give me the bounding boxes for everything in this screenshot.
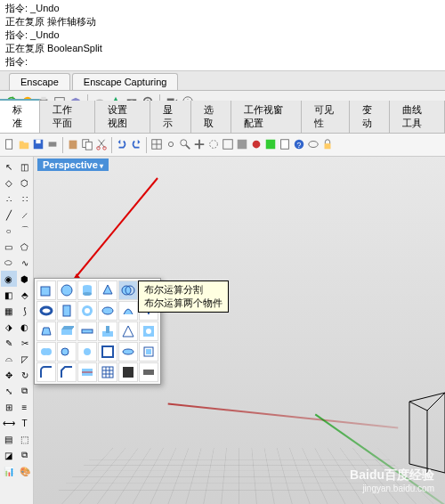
hole-icon[interactable]	[139, 321, 158, 341]
tab-workplane[interactable]: 工作平面	[40, 101, 95, 133]
tab-select[interactable]: 选取	[191, 101, 231, 133]
pipe-icon[interactable]	[57, 301, 77, 321]
analyze-icon[interactable]: 📊	[1, 463, 17, 479]
extrude-crv-icon[interactable]	[36, 321, 56, 341]
sphere-icon[interactable]	[57, 280, 77, 300]
cap-icon[interactable]	[118, 342, 138, 362]
help-icon[interactable]: ?	[293, 138, 305, 152]
paraboloid-icon[interactable]	[118, 301, 138, 321]
undo-icon[interactable]	[116, 138, 128, 152]
tab-standard[interactable]: 标准	[0, 99, 40, 133]
snap-icon[interactable]	[165, 138, 177, 152]
surface-icon[interactable]: ◧	[1, 287, 17, 303]
extrude-srf-icon[interactable]	[57, 321, 77, 341]
render-icon[interactable]	[250, 138, 263, 152]
shell-icon[interactable]	[98, 342, 117, 362]
cylinder-icon[interactable]	[77, 280, 97, 300]
tab-display[interactable]: 显示	[150, 101, 190, 133]
mirror-icon[interactable]: ⧉	[17, 383, 33, 399]
fillet-edge-icon[interactable]	[36, 362, 56, 382]
cmd-prompt[interactable]: 指令:	[5, 55, 440, 69]
tab-viewsetup[interactable]: 设置视图	[95, 101, 150, 133]
copy-icon[interactable]	[81, 138, 93, 152]
mesh-box-icon[interactable]	[98, 362, 117, 382]
edit-icon[interactable]: ✎	[1, 335, 17, 351]
layers2-icon[interactable]	[264, 138, 277, 152]
rotate2-icon[interactable]: ↻	[17, 367, 33, 383]
mesh-icon[interactable]: ▦	[1, 303, 17, 319]
tab-visibility[interactable]: 可见性	[302, 101, 350, 133]
trim-icon[interactable]: ✂	[17, 335, 33, 351]
cone-icon[interactable]	[98, 280, 117, 300]
new-icon[interactable]	[4, 138, 16, 152]
circle-icon[interactable]: ○	[1, 223, 17, 239]
zoom-extents-icon[interactable]	[222, 138, 234, 152]
polyline-icon[interactable]: ⟋	[17, 207, 33, 223]
tube-icon[interactable]	[77, 301, 97, 321]
print-icon[interactable]	[46, 138, 59, 152]
rib-icon[interactable]	[118, 321, 138, 341]
tab-curvetools[interactable]: 曲线工具	[390, 101, 445, 133]
boolean-int-icon[interactable]	[77, 342, 97, 362]
chamfer-icon[interactable]: ◸	[17, 351, 33, 367]
tab-enscape-capturing[interactable]: Enscape Capturing	[72, 73, 179, 90]
rotate-icon[interactable]	[207, 138, 220, 152]
mesh-plane-icon[interactable]	[139, 362, 158, 382]
box-icon[interactable]	[36, 280, 56, 300]
paste-icon[interactable]	[67, 138, 79, 152]
revolve-icon[interactable]: ◐	[17, 319, 33, 335]
tab-enscape[interactable]: Enscape	[9, 73, 70, 90]
wire-cut-icon[interactable]	[77, 362, 97, 382]
points-icon[interactable]: ∷	[17, 191, 33, 207]
extract-icon[interactable]	[139, 342, 158, 362]
shade-icon[interactable]	[236, 138, 248, 152]
dup-icon[interactable]: ⧉	[17, 447, 33, 463]
grid-icon[interactable]	[150, 138, 163, 152]
pan-icon[interactable]	[193, 138, 206, 152]
ellipse-icon[interactable]: ⬭	[1, 255, 17, 271]
mesh-sphere-icon[interactable]	[118, 362, 138, 382]
rect-icon[interactable]: ▭	[1, 239, 17, 255]
extrude-icon[interactable]: ⬘	[17, 287, 33, 303]
render2-icon[interactable]: 🎨	[17, 463, 33, 479]
boolean-icon[interactable]: ⬢	[17, 271, 33, 287]
line-icon[interactable]: ╱	[1, 207, 17, 223]
align-icon[interactable]: ≡	[17, 399, 33, 415]
tab-transform[interactable]: 变动	[350, 101, 390, 133]
redo-icon[interactable]	[130, 138, 142, 152]
tab-viewportcfg[interactable]: 工作视窗配置	[231, 101, 301, 133]
loft-icon[interactable]: ⬗	[1, 319, 17, 335]
lasso-icon[interactable]: ◫	[17, 159, 33, 175]
solid-icon[interactable]: ◉	[1, 271, 17, 287]
sweep-icon[interactable]: ⟆	[17, 303, 33, 319]
chamfer-edge-icon[interactable]	[57, 362, 77, 382]
array-icon[interactable]: ⊞	[1, 399, 17, 415]
move-icon[interactable]: ✥	[1, 367, 17, 383]
block-icon[interactable]: ◪	[1, 447, 17, 463]
point-icon[interactable]: ∴	[1, 191, 17, 207]
fillet-icon[interactable]: ⌓	[1, 351, 17, 367]
curve-icon[interactable]: ∿	[17, 255, 33, 271]
boolean-diff-icon[interactable]	[57, 342, 77, 362]
zoom-icon[interactable]	[179, 138, 191, 152]
ellipsoid-icon[interactable]	[98, 301, 117, 321]
arc-icon[interactable]: ⌒	[17, 223, 33, 239]
cut-icon[interactable]	[95, 138, 108, 152]
polygon-icon[interactable]: ⬠	[17, 239, 33, 255]
boolean-union-icon[interactable]	[36, 342, 56, 362]
cplane-icon[interactable]: ◇	[1, 175, 17, 191]
save-icon[interactable]	[32, 138, 44, 152]
torus-icon[interactable]	[36, 301, 56, 321]
boolean-split-icon[interactable]	[118, 280, 138, 300]
layer-icon[interactable]: ▤	[1, 431, 17, 447]
boss-icon[interactable]	[98, 321, 117, 341]
open-icon[interactable]	[18, 138, 30, 152]
link-icon[interactable]: ⬡	[17, 175, 33, 191]
text-icon[interactable]: T	[17, 415, 33, 431]
group-icon[interactable]: ⬚	[17, 431, 33, 447]
prop-icon[interactable]	[279, 138, 291, 152]
hide-icon[interactable]	[307, 138, 320, 152]
dim-icon[interactable]: ⟷	[1, 415, 17, 431]
scale-icon[interactable]: ⤡	[1, 383, 17, 399]
viewport-label[interactable]: Perspective	[37, 159, 109, 171]
